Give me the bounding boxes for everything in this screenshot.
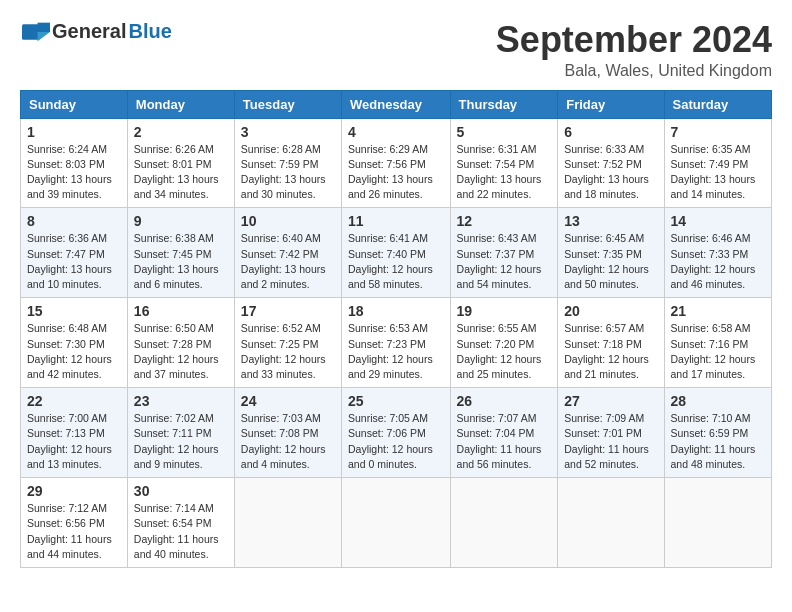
logo-general-text: General <box>52 20 126 43</box>
table-row: 30Sunrise: 7:14 AMSunset: 6:54 PMDayligh… <box>127 478 234 568</box>
table-row: 15Sunrise: 6:48 AMSunset: 7:30 PMDayligh… <box>21 298 128 388</box>
day-info: Sunrise: 6:58 AMSunset: 7:16 PMDaylight:… <box>671 321 765 382</box>
day-info: Sunrise: 7:07 AMSunset: 7:04 PMDaylight:… <box>457 411 552 472</box>
day-number: 24 <box>241 393 335 409</box>
day-info: Sunrise: 7:10 AMSunset: 6:59 PMDaylight:… <box>671 411 765 472</box>
day-info: Sunrise: 6:57 AMSunset: 7:18 PMDaylight:… <box>564 321 657 382</box>
day-number: 8 <box>27 213 121 229</box>
day-info: Sunrise: 6:26 AMSunset: 8:01 PMDaylight:… <box>134 142 228 203</box>
table-row: 1Sunrise: 6:24 AMSunset: 8:03 PMDaylight… <box>21 118 128 208</box>
day-info: Sunrise: 7:09 AMSunset: 7:01 PMDaylight:… <box>564 411 657 472</box>
calendar-table: Sunday Monday Tuesday Wednesday Thursday… <box>20 90 772 568</box>
table-row: 19Sunrise: 6:55 AMSunset: 7:20 PMDayligh… <box>450 298 558 388</box>
day-info: Sunrise: 6:35 AMSunset: 7:49 PMDaylight:… <box>671 142 765 203</box>
day-number: 27 <box>564 393 657 409</box>
day-info: Sunrise: 7:00 AMSunset: 7:13 PMDaylight:… <box>27 411 121 472</box>
day-number: 1 <box>27 124 121 140</box>
month-year-title: September 2024 <box>496 20 772 60</box>
day-info: Sunrise: 7:03 AMSunset: 7:08 PMDaylight:… <box>241 411 335 472</box>
day-number: 23 <box>134 393 228 409</box>
calendar-row: 22Sunrise: 7:00 AMSunset: 7:13 PMDayligh… <box>21 388 772 478</box>
table-row: 13Sunrise: 6:45 AMSunset: 7:35 PMDayligh… <box>558 208 664 298</box>
table-row: 12Sunrise: 6:43 AMSunset: 7:37 PMDayligh… <box>450 208 558 298</box>
day-info: Sunrise: 6:28 AMSunset: 7:59 PMDaylight:… <box>241 142 335 203</box>
table-row: 23Sunrise: 7:02 AMSunset: 7:11 PMDayligh… <box>127 388 234 478</box>
day-number: 18 <box>348 303 444 319</box>
table-row: 7Sunrise: 6:35 AMSunset: 7:49 PMDaylight… <box>664 118 771 208</box>
day-number: 28 <box>671 393 765 409</box>
day-info: Sunrise: 6:45 AMSunset: 7:35 PMDaylight:… <box>564 231 657 292</box>
day-number: 6 <box>564 124 657 140</box>
day-info: Sunrise: 7:12 AMSunset: 6:56 PMDaylight:… <box>27 501 121 562</box>
table-row: 27Sunrise: 7:09 AMSunset: 7:01 PMDayligh… <box>558 388 664 478</box>
day-number: 30 <box>134 483 228 499</box>
day-number: 15 <box>27 303 121 319</box>
day-number: 2 <box>134 124 228 140</box>
day-number: 12 <box>457 213 552 229</box>
day-info: Sunrise: 6:55 AMSunset: 7:20 PMDaylight:… <box>457 321 552 382</box>
header-monday: Monday <box>127 90 234 118</box>
svg-marker-2 <box>38 32 50 41</box>
day-number: 14 <box>671 213 765 229</box>
day-number: 10 <box>241 213 335 229</box>
table-row: 11Sunrise: 6:41 AMSunset: 7:40 PMDayligh… <box>342 208 451 298</box>
day-info: Sunrise: 6:40 AMSunset: 7:42 PMDaylight:… <box>241 231 335 292</box>
day-info: Sunrise: 7:14 AMSunset: 6:54 PMDaylight:… <box>134 501 228 562</box>
calendar-row: 8Sunrise: 6:36 AMSunset: 7:47 PMDaylight… <box>21 208 772 298</box>
header-wednesday: Wednesday <box>342 90 451 118</box>
title-section: September 2024 Bala, Wales, United Kingd… <box>496 20 772 80</box>
day-number: 5 <box>457 124 552 140</box>
day-info: Sunrise: 7:05 AMSunset: 7:06 PMDaylight:… <box>348 411 444 472</box>
day-number: 22 <box>27 393 121 409</box>
svg-rect-0 <box>22 24 39 40</box>
day-info: Sunrise: 6:36 AMSunset: 7:47 PMDaylight:… <box>27 231 121 292</box>
table-row: 26Sunrise: 7:07 AMSunset: 7:04 PMDayligh… <box>450 388 558 478</box>
table-row: 8Sunrise: 6:36 AMSunset: 7:47 PMDaylight… <box>21 208 128 298</box>
day-number: 13 <box>564 213 657 229</box>
table-row: 16Sunrise: 6:50 AMSunset: 7:28 PMDayligh… <box>127 298 234 388</box>
day-info: Sunrise: 6:38 AMSunset: 7:45 PMDaylight:… <box>134 231 228 292</box>
table-row: 21Sunrise: 6:58 AMSunset: 7:16 PMDayligh… <box>664 298 771 388</box>
day-info: Sunrise: 6:50 AMSunset: 7:28 PMDaylight:… <box>134 321 228 382</box>
svg-marker-1 <box>38 22 50 31</box>
table-row: 14Sunrise: 6:46 AMSunset: 7:33 PMDayligh… <box>664 208 771 298</box>
header-saturday: Saturday <box>664 90 771 118</box>
header-tuesday: Tuesday <box>234 90 341 118</box>
header-friday: Friday <box>558 90 664 118</box>
table-row <box>450 478 558 568</box>
day-number: 25 <box>348 393 444 409</box>
table-row: 25Sunrise: 7:05 AMSunset: 7:06 PMDayligh… <box>342 388 451 478</box>
calendar-header-row: Sunday Monday Tuesday Wednesday Thursday… <box>21 90 772 118</box>
table-row: 22Sunrise: 7:00 AMSunset: 7:13 PMDayligh… <box>21 388 128 478</box>
day-number: 17 <box>241 303 335 319</box>
location-subtitle: Bala, Wales, United Kingdom <box>496 62 772 80</box>
day-info: Sunrise: 6:52 AMSunset: 7:25 PMDaylight:… <box>241 321 335 382</box>
day-number: 7 <box>671 124 765 140</box>
day-number: 19 <box>457 303 552 319</box>
day-number: 11 <box>348 213 444 229</box>
calendar-row: 29Sunrise: 7:12 AMSunset: 6:56 PMDayligh… <box>21 478 772 568</box>
table-row: 5Sunrise: 6:31 AMSunset: 7:54 PMDaylight… <box>450 118 558 208</box>
table-row <box>234 478 341 568</box>
day-info: Sunrise: 7:02 AMSunset: 7:11 PMDaylight:… <box>134 411 228 472</box>
table-row: 28Sunrise: 7:10 AMSunset: 6:59 PMDayligh… <box>664 388 771 478</box>
calendar-row: 1Sunrise: 6:24 AMSunset: 8:03 PMDaylight… <box>21 118 772 208</box>
table-row: 18Sunrise: 6:53 AMSunset: 7:23 PMDayligh… <box>342 298 451 388</box>
day-info: Sunrise: 6:48 AMSunset: 7:30 PMDaylight:… <box>27 321 121 382</box>
table-row <box>664 478 771 568</box>
table-row: 10Sunrise: 6:40 AMSunset: 7:42 PMDayligh… <box>234 208 341 298</box>
day-info: Sunrise: 6:33 AMSunset: 7:52 PMDaylight:… <box>564 142 657 203</box>
day-info: Sunrise: 6:31 AMSunset: 7:54 PMDaylight:… <box>457 142 552 203</box>
logo: General Blue <box>20 20 172 43</box>
calendar-row: 15Sunrise: 6:48 AMSunset: 7:30 PMDayligh… <box>21 298 772 388</box>
day-info: Sunrise: 6:41 AMSunset: 7:40 PMDaylight:… <box>348 231 444 292</box>
table-row: 20Sunrise: 6:57 AMSunset: 7:18 PMDayligh… <box>558 298 664 388</box>
day-number: 20 <box>564 303 657 319</box>
table-row: 3Sunrise: 6:28 AMSunset: 7:59 PMDaylight… <box>234 118 341 208</box>
table-row: 24Sunrise: 7:03 AMSunset: 7:08 PMDayligh… <box>234 388 341 478</box>
day-number: 21 <box>671 303 765 319</box>
table-row <box>342 478 451 568</box>
day-number: 29 <box>27 483 121 499</box>
day-info: Sunrise: 6:29 AMSunset: 7:56 PMDaylight:… <box>348 142 444 203</box>
table-row: 2Sunrise: 6:26 AMSunset: 8:01 PMDaylight… <box>127 118 234 208</box>
